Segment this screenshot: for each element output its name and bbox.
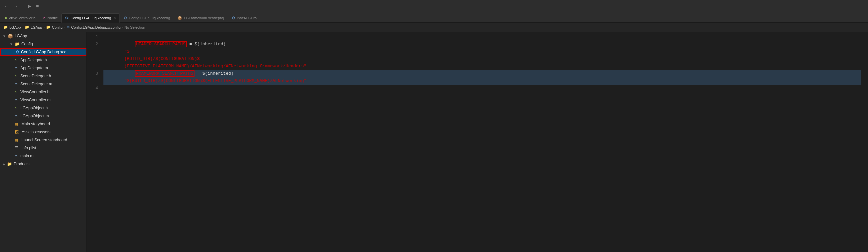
sidebar-label-appdelegate-h: AppDelegate.h bbox=[20, 58, 47, 62]
xcconfig-file-icon: ⚙ bbox=[16, 50, 19, 54]
editor[interactable]: 1 2 3 4 HEADER_SEARCH_PATHS = bbox=[87, 32, 868, 252]
sidebar-item-launchscreen[interactable]: ▦ LaunchScreen.storyboard bbox=[0, 136, 86, 144]
sidebar: ▼ 📦 LGApp ▼ 📁 Config ⚙ Config.LGApp.Debu… bbox=[0, 32, 87, 252]
tab-config-lgapp-debug[interactable]: ⚙ Config.LGA...ug.xcconfig ✕ bbox=[61, 13, 120, 23]
tab-close-icon[interactable]: ✕ bbox=[114, 16, 116, 20]
sidebar-label-lgappobject-h: LGAppObject.h bbox=[20, 106, 48, 110]
sidebar-item-scenedelegate-h[interactable]: h SceneDelegate.h bbox=[0, 72, 86, 80]
arrow-lgapp: ▼ bbox=[3, 34, 6, 38]
bc-no-selection: No Selection bbox=[124, 25, 145, 29]
bc-config-file[interactable]: ⚙ Config.LGApp.Debug.xcconfig bbox=[66, 25, 120, 29]
code-line-cont-2: {BUILD_DIR}/$(CONFIGURATION)$ bbox=[103, 55, 861, 63]
tab-viewcontroller-h[interactable]: h ViewController.h bbox=[1, 13, 39, 23]
sidebar-item-assets[interactable]: 🖼 Assets.xcassets bbox=[0, 128, 86, 136]
sidebar-item-config-lgapp-debug[interactable]: ⚙ Config.LGApp.Debug.xcc... bbox=[0, 48, 86, 56]
arrow-config: ▼ bbox=[10, 42, 13, 46]
m-badge: m bbox=[15, 66, 18, 70]
code-line-2: HEADER_SEARCH_PATHS = $(inherited) bbox=[103, 41, 861, 48]
sidebar-label-assets: Assets.xcassets bbox=[22, 130, 50, 134]
bc-sep-3: › bbox=[64, 25, 65, 29]
forward-icon[interactable]: → bbox=[12, 3, 19, 9]
ln-2: 2 bbox=[87, 41, 98, 48]
back-icon[interactable]: ← bbox=[3, 3, 10, 9]
ln-4: 4 bbox=[87, 85, 98, 92]
header-search-paths-key: HEADER_SEARCH_PATHS bbox=[135, 41, 187, 47]
bc-sep-4: › bbox=[122, 25, 123, 29]
sidebar-item-info-plist[interactable]: ☰ Info.plist bbox=[0, 144, 86, 152]
sidebar-label-lgappobject-m: LGAppObject.m bbox=[20, 114, 49, 118]
bc-file-icon: ⚙ bbox=[66, 25, 70, 29]
xcconfig2-icon: ⚙ bbox=[123, 16, 127, 20]
bc-lgapp-folder[interactable]: 📁 LGApp bbox=[25, 25, 42, 29]
code-str-1: "$ bbox=[103, 48, 129, 55]
sidebar-label-launchscreen: LaunchScreen.storyboard bbox=[21, 138, 67, 142]
sidebar-label-lgapp: LGApp bbox=[15, 34, 27, 38]
sidebar-item-appdelegate-h[interactable]: h AppDelegate.h bbox=[0, 56, 86, 64]
sidebar-item-viewcontroller-h[interactable]: h ViewController.h bbox=[0, 88, 86, 96]
code-val-2: $(inherited) bbox=[203, 70, 234, 77]
sidebar-item-viewcontroller-m[interactable]: m ViewController.m bbox=[0, 96, 86, 104]
code-line-cont-3: (EFFECTIVE_PLATFORM_NAME)/AFNetworking/A… bbox=[103, 63, 861, 70]
code-line-3: FRAMEWORK_SEARCH_PATHS = $(inherited) bbox=[103, 70, 861, 77]
podfile-icon: P bbox=[43, 16, 45, 20]
sidebar-item-scenedelegate-m[interactable]: m SceneDelegate.m bbox=[0, 80, 86, 88]
ln-cont-4 bbox=[87, 77, 98, 85]
framework-search-paths-key: FRAMEWORK_SEARCH_PATHS bbox=[135, 70, 195, 77]
code-str-4: "${BUILD_DIR}/$(CONFIGURATION)$(EFFECTIV… bbox=[103, 78, 307, 85]
assets-icon: 🖼 bbox=[15, 130, 19, 134]
ln-1: 1 bbox=[87, 33, 98, 41]
stop-icon[interactable]: ■ bbox=[35, 3, 40, 9]
project-icon: 📦 bbox=[8, 34, 13, 39]
code-str-2: {BUILD_DIR}/$(CONFIGURATION)$ bbox=[103, 56, 200, 63]
tab-bar: h ViewController.h P Podfile ⚙ Config.LG… bbox=[0, 12, 868, 23]
m-badge-3: m bbox=[15, 98, 18, 102]
code-line-4 bbox=[103, 85, 861, 92]
sidebar-label-appdelegate-m: AppDelegate.m bbox=[20, 66, 48, 70]
code-val-1: $(inherited) bbox=[194, 41, 226, 48]
sidebar-label-info-plist: Info.plist bbox=[21, 146, 36, 150]
tab-lgframework-xcodeproj[interactable]: 📦 LGFramework.xcodeproj bbox=[174, 13, 227, 23]
ln-cont-3 bbox=[87, 63, 98, 70]
sidebar-label-products: Products bbox=[14, 162, 29, 166]
h-badge-4: h bbox=[15, 106, 18, 110]
m-badge-5: m bbox=[15, 154, 18, 158]
build-icon[interactable]: ▶ bbox=[26, 3, 33, 9]
h-badge-3: h bbox=[15, 90, 18, 94]
sidebar-item-lgapp-root[interactable]: ▼ 📦 LGApp bbox=[0, 32, 86, 40]
sidebar-item-main-storyboard[interactable]: ▦ Main.storyboard bbox=[0, 120, 86, 128]
arrow-products: ▶ bbox=[3, 162, 5, 166]
sidebar-item-appdelegate-m[interactable]: m AppDelegate.m bbox=[0, 64, 86, 72]
code-line-cont-4: "${BUILD_DIR}/$(CONFIGURATION)$(EFFECTIV… bbox=[103, 77, 861, 85]
xcconfig-icon: ⚙ bbox=[65, 16, 69, 20]
bc-config-folder[interactable]: 📁 Config bbox=[46, 25, 63, 29]
main-area: ▼ 📦 LGApp ▼ 📁 Config ⚙ Config.LGApp.Debu… bbox=[0, 32, 868, 252]
h-badge: h bbox=[15, 58, 18, 62]
storyboard-icon: ▦ bbox=[15, 122, 18, 126]
sidebar-item-config-folder[interactable]: ▼ 📁 Config bbox=[0, 40, 86, 48]
tab-pods-lgfra[interactable]: ⚙ Pods-LGFra... bbox=[228, 13, 264, 23]
sidebar-item-lgappobject-m[interactable]: m LGAppObject.m bbox=[0, 112, 86, 120]
sidebar-label-scenedelegate-h: SceneDelegate.h bbox=[20, 74, 51, 78]
code-line-1 bbox=[103, 33, 861, 41]
bc-project-icon: 📁 bbox=[3, 25, 8, 29]
sidebar-item-products[interactable]: ▶ 📁 Products bbox=[0, 160, 86, 168]
sidebar-label-config: Config bbox=[21, 42, 33, 46]
h-badge-2: h bbox=[15, 74, 18, 78]
ln-cont-1 bbox=[87, 48, 98, 55]
folder-icon: 📁 bbox=[15, 42, 20, 46]
ln-3: 3 bbox=[87, 70, 98, 77]
code-area: 1 2 3 4 HEADER_SEARCH_PATHS = bbox=[87, 32, 868, 93]
sidebar-label-main-m: main.m bbox=[20, 154, 33, 158]
bc-sep-1: › bbox=[22, 25, 23, 29]
sidebar-label-config-debug: Config.LGApp.Debug.xcc... bbox=[21, 50, 69, 54]
code-content: HEADER_SEARCH_PATHS = $(inherited) "$ {B… bbox=[103, 33, 868, 92]
sidebar-item-main-m[interactable]: m main.m bbox=[0, 152, 86, 160]
tab-config-lgfr-debug[interactable]: ⚙ Config.LGFr...ug.xcconfig bbox=[120, 13, 174, 23]
toolbar-divider bbox=[23, 3, 23, 9]
sidebar-item-lgappobject-h[interactable]: h LGAppObject.h bbox=[0, 104, 86, 112]
code-line-cont-1: "$ bbox=[103, 48, 861, 55]
toolbar: ← → ▶ ■ bbox=[0, 0, 868, 12]
tab-podfile[interactable]: P Podfile bbox=[39, 13, 61, 23]
bc-lgapp-project[interactable]: 📁 LGApp bbox=[3, 25, 21, 29]
code-op-2: = bbox=[194, 70, 202, 77]
